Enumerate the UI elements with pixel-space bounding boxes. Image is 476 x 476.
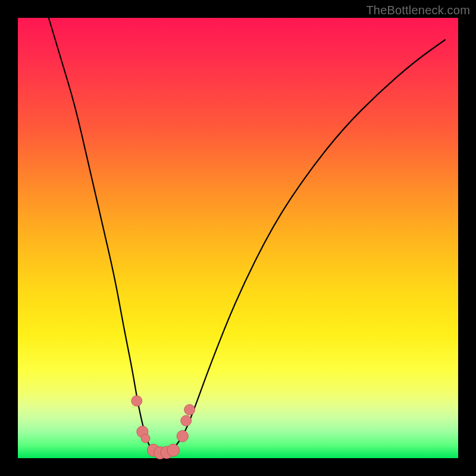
watermark-text: TheBottleneck.com bbox=[366, 4, 470, 17]
highlight-marker bbox=[184, 405, 195, 415]
highlight-markers bbox=[131, 396, 195, 459]
curve-svg bbox=[18, 18, 458, 458]
highlight-marker bbox=[141, 434, 150, 443]
plot-area bbox=[18, 18, 458, 458]
highlight-marker bbox=[177, 430, 188, 441]
highlight-marker bbox=[167, 444, 180, 456]
bottleneck-curve bbox=[49, 18, 445, 453]
chart-frame: TheBottleneck.com bbox=[0, 0, 476, 476]
highlight-marker bbox=[131, 396, 142, 406]
highlight-marker bbox=[181, 415, 192, 426]
